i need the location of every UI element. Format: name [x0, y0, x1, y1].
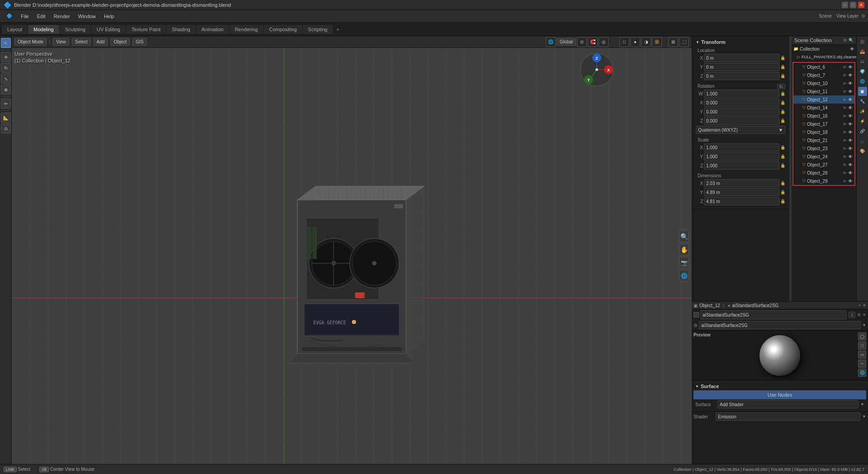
tab-scripting[interactable]: Scripting — [302, 25, 333, 34]
vp-solid-shade[interactable]: ● — [630, 37, 640, 47]
shader-toggle-icon[interactable]: ⚙ — [693, 323, 698, 328]
shader-browse-btn[interactable]: ▼ — [862, 323, 866, 327]
outliner-item-visibility[interactable]: 👁 — [848, 114, 853, 118]
tab-sculpting[interactable]: Sculpting — [60, 25, 91, 34]
outliner-item[interactable]: ▽ Object_28 ⊳ 👁 — [793, 169, 854, 177]
viewport-select-button[interactable]: Select — [72, 38, 91, 46]
tool-select[interactable]: ↖ — [1, 38, 11, 48]
preview-world-icon[interactable]: 🌐 — [858, 369, 866, 377]
rotation-w-lock[interactable]: 🔒 — [780, 91, 785, 96]
vp-snap[interactable]: 🧲 — [588, 37, 598, 47]
mat-panel-add[interactable]: + — [859, 303, 861, 308]
scale-y-input[interactable] — [704, 152, 779, 161]
tab-texture-paint[interactable]: Texture Paint — [126, 25, 166, 34]
location-x-lock[interactable]: 🔒 — [780, 56, 785, 60]
surface-shader-value[interactable]: Add Shader — [717, 400, 859, 408]
navigation-gizmo[interactable]: Z X Y — [579, 52, 615, 89]
viewport-view-button[interactable]: View — [53, 38, 69, 46]
vp-render-shade[interactable]: 🔆 — [652, 37, 662, 47]
mat-remove-btn[interactable]: ✕ — [863, 313, 866, 317]
mat-panel-close[interactable]: ✕ — [863, 303, 866, 308]
viewport-canvas[interactable]: User Perspective (1) Collection | Object… — [12, 48, 692, 464]
viewport-mode-button[interactable]: Object Mode — [14, 38, 47, 46]
tool-annotate[interactable]: ✏ — [1, 99, 11, 109]
scale-z-input[interactable] — [704, 161, 779, 170]
scale-x-lock[interactable]: 🔒 — [780, 145, 785, 150]
tab-uv-editing[interactable]: UV Editing — [91, 25, 126, 34]
rotation-y-lock[interactable]: 🔒 — [780, 109, 785, 114]
outliner-search-icon[interactable]: 🔍 — [849, 38, 854, 43]
rotation-x-input[interactable] — [704, 99, 779, 107]
dim-z-input[interactable] — [704, 197, 779, 205]
view-world-btn[interactable]: 🌐 — [679, 270, 689, 282]
outliner-item[interactable]: ▽ Object_24 ⊳ 👁 — [793, 152, 854, 161]
mat-copy-btn[interactable]: ⧉ — [858, 313, 860, 318]
outliner-item-visibility[interactable]: 👁 — [848, 130, 853, 135]
props-view-layer[interactable]: 🗂 — [858, 57, 867, 66]
surface-panel-header[interactable]: ▼ Surface — [693, 382, 866, 390]
scale-x-input[interactable] — [704, 143, 779, 152]
outliner-item-visibility[interactable]: 👁 — [848, 138, 853, 143]
props-modifiers[interactable]: 🔧 — [858, 97, 867, 106]
props-world[interactable]: 🌐 — [858, 77, 867, 86]
collection-root-visibility[interactable]: 👁 — [850, 47, 854, 52]
tool-cursor[interactable]: ⊙ — [1, 123, 11, 133]
preview-sphere-icon[interactable]: ◯ — [858, 332, 866, 341]
dim-x-lock[interactable]: 🔒 — [780, 181, 785, 185]
tool-move[interactable]: ✛ — [1, 52, 11, 62]
menu-render[interactable]: Render — [50, 13, 74, 20]
outliner-item-visibility[interactable]: 👁 — [848, 89, 853, 94]
rotation-mode-badge[interactable]: 4L — [777, 84, 785, 89]
outliner-item[interactable]: ▽ Object_12 ⊳ 👁 — [793, 95, 854, 104]
menu-file[interactable]: File — [17, 13, 33, 20]
preview-cube-icon[interactable]: □ — [858, 341, 866, 350]
dim-y-lock[interactable]: 🔒 — [780, 190, 785, 194]
outliner-item[interactable]: ▽ Object_17 ⊳ 👁 — [793, 120, 854, 128]
outliner-item-visibility[interactable]: 👁 — [848, 81, 853, 86]
menu-blender[interactable]: 🔷 — [3, 12, 16, 20]
scene-selector[interactable]: Scene — [819, 14, 831, 19]
outliner-item[interactable]: ▽ Object_29 ⊳ 👁 — [793, 177, 854, 185]
tab-modeling[interactable]: Modeling — [28, 25, 59, 34]
tool-scale[interactable]: ⤡ — [1, 74, 11, 84]
location-y-lock[interactable]: 🔒 — [780, 65, 785, 69]
outliner-item[interactable]: ▽ Object_18 ⊳ 👁 — [793, 128, 854, 136]
outliner-item-visibility[interactable]: 👁 — [848, 154, 853, 159]
viewport-object-button[interactable]: Object — [110, 38, 130, 46]
outliner-item-visibility[interactable]: 👁 — [848, 179, 853, 184]
maximize-button[interactable]: □ — [850, 2, 856, 8]
props-material[interactable]: 🎨 — [858, 147, 867, 156]
options-btn[interactable]: ⚙ — [861, 14, 865, 19]
menu-window[interactable]: Window — [75, 13, 99, 20]
outliner-item-visibility[interactable]: 👁 — [848, 97, 853, 102]
props-physics[interactable]: ⚡ — [858, 117, 867, 126]
location-z-input[interactable] — [704, 72, 779, 80]
props-render[interactable]: 🎥 — [858, 37, 867, 46]
outliner-item-visibility[interactable]: 👁 — [848, 146, 853, 151]
location-z-lock[interactable]: 🔒 — [780, 74, 785, 78]
mat-slot-name[interactable]: aiStandardSurface2SG — [700, 310, 846, 319]
outliner-item[interactable]: ▽ Object_10 ⊳ 👁 — [793, 79, 854, 87]
close-button[interactable]: ✕ — [858, 2, 864, 8]
preview-plane-icon[interactable]: ▭ — [858, 351, 866, 359]
location-x-input[interactable] — [704, 54, 779, 62]
view-zoom-btn[interactable]: 🔍 — [679, 231, 689, 242]
props-output[interactable]: 📤 — [858, 47, 867, 56]
dim-x-input[interactable] — [704, 179, 779, 187]
rotation-z-input[interactable] — [704, 117, 779, 125]
view-layer-selector[interactable]: View Layer — [836, 14, 859, 19]
vp-icon-1[interactable]: 🌐 — [546, 37, 556, 47]
vp-prop[interactable]: ◎ — [599, 37, 609, 47]
tool-transform[interactable]: ⊕ — [1, 85, 11, 95]
tool-rotate[interactable]: ↻ — [1, 63, 11, 73]
transform-panel-header[interactable]: ▼ Transform — [694, 38, 787, 46]
outliner-item[interactable]: ▽ Object_27 ⊳ 👁 — [793, 161, 854, 169]
viewport-add-button[interactable]: Add — [94, 38, 108, 46]
outliner-item-visibility[interactable]: 👁 — [848, 171, 853, 175]
surface-shader-expand[interactable]: ▼ — [860, 402, 864, 407]
outliner-item-visibility[interactable]: 👁 — [848, 65, 853, 70]
vp-overlay[interactable]: ⊞ — [668, 37, 678, 47]
title-bar-controls[interactable]: ─ □ ✕ — [842, 2, 864, 8]
location-y-input[interactable] — [704, 63, 779, 71]
vp-wire-shade[interactable]: □ — [619, 37, 629, 47]
